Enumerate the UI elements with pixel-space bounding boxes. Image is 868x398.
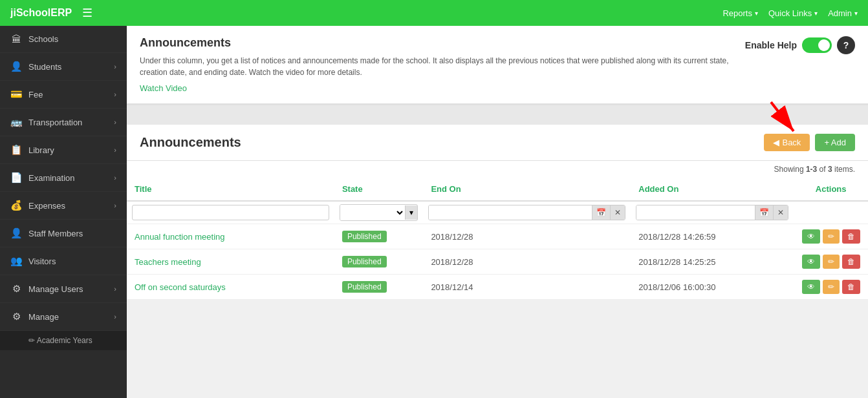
filter-endon-cell: 📅 ✕ xyxy=(423,201,631,224)
reports-link[interactable]: Reports ▾ xyxy=(722,8,758,18)
manage-users-icon: ⚙ xyxy=(10,283,22,295)
admin-link[interactable]: Admin ▾ xyxy=(828,8,858,18)
sidebar-item-examination[interactable]: 📄 Examination › xyxy=(0,164,127,192)
filter-addedon-calendar-btn[interactable]: 📅 xyxy=(755,205,773,220)
row2-view-btn[interactable]: 👁 xyxy=(802,255,820,269)
staff-icon: 👤 xyxy=(10,227,22,239)
row2-state: Published xyxy=(334,249,424,275)
showing-total: 3 xyxy=(828,165,832,174)
row3-edit-btn[interactable]: ✏ xyxy=(823,280,840,294)
col-added-on: Added On xyxy=(631,178,794,201)
sidebar-sub-academic-years[interactable]: ✏ Academic Years xyxy=(0,331,127,350)
filter-addedon-input[interactable] xyxy=(636,205,755,220)
sidebar-item-visitors[interactable]: 👥 Visitors xyxy=(0,247,127,275)
filter-title-input[interactable] xyxy=(132,205,329,220)
watch-video-link[interactable]: Watch Video xyxy=(140,83,187,93)
navbar-right: Reports ▾ Quick Links ▾ Admin ▾ xyxy=(722,8,858,18)
row3-title-link[interactable]: Off on second saturdays xyxy=(135,282,226,292)
row2-title: Teachers meeting xyxy=(127,249,334,275)
sidebar-item-staff-members[interactable]: 👤 Staff Members xyxy=(0,220,127,247)
showing-text: Showing 1-3 of 3 items. xyxy=(127,161,868,178)
sidebar-label-manage: Manage xyxy=(28,312,114,322)
showing-prefix: Showing xyxy=(774,165,804,174)
row1-edit-btn[interactable]: ✏ xyxy=(823,229,840,244)
row1-title-link[interactable]: Annual function meeting xyxy=(135,232,224,242)
admin-caret: ▾ xyxy=(854,10,858,17)
row2-edit-btn[interactable]: ✏ xyxy=(823,255,840,269)
admin-label: Admin xyxy=(828,8,852,18)
sidebar-label-examination: Examination xyxy=(28,173,114,183)
help-panel-title: Announcements xyxy=(140,36,732,50)
enable-help-toggle[interactable] xyxy=(802,37,832,53)
sidebar-label-expenses: Expenses xyxy=(28,201,114,211)
filter-endon-input[interactable] xyxy=(429,205,592,220)
help-panel-description: Under this column, you get a list of not… xyxy=(140,55,732,78)
sidebar-item-transportation[interactable]: 🚌 Transportation › xyxy=(0,109,127,136)
menu-toggle[interactable]: ☰ xyxy=(82,6,92,20)
table-row: Off on second saturdays Published 2018/1… xyxy=(127,275,868,300)
row1-view-btn[interactable]: 👁 xyxy=(802,229,820,244)
row3-delete-btn[interactable]: 🗑 xyxy=(842,280,860,294)
add-button[interactable]: + Add xyxy=(815,134,855,151)
row1-action-btns: 👁 ✏ 🗑 xyxy=(801,229,860,244)
sidebar-item-fee[interactable]: 💳 Fee › xyxy=(0,81,127,109)
filter-addedon-cell: 📅 ✕ xyxy=(631,201,794,224)
filter-title-cell xyxy=(127,201,334,224)
row3-state-badge: Published xyxy=(342,281,387,293)
sidebar-item-students[interactable]: 👤 Students › xyxy=(0,53,127,81)
row1-delete-btn[interactable]: 🗑 xyxy=(842,229,860,244)
filter-state-btn[interactable]: ▾ xyxy=(405,205,417,220)
quicklinks-link[interactable]: Quick Links ▾ xyxy=(768,8,818,18)
reports-label: Reports xyxy=(722,8,752,18)
row2-actions: 👁 ✏ 🗑 xyxy=(794,249,868,275)
manage-icon: ⚙ xyxy=(10,311,22,322)
row2-title-link[interactable]: Teachers meeting xyxy=(135,257,201,267)
content-area: Announcements Under this column, you get… xyxy=(127,26,868,398)
enable-help-label: Enable Help xyxy=(745,40,797,50)
sidebar-label-visitors: Visitors xyxy=(28,257,116,266)
fee-arrow: › xyxy=(114,90,116,98)
back-button[interactable]: ◀ Back xyxy=(764,134,810,151)
filter-endon-calendar-btn[interactable]: 📅 xyxy=(592,205,610,220)
sidebar-label-library: Library xyxy=(28,145,114,155)
sidebar-item-library[interactable]: 📋 Library › xyxy=(0,136,127,164)
section-header: Announcements ◀ Back + Add xyxy=(127,125,868,161)
quicklinks-label: Quick Links xyxy=(768,8,812,18)
help-question-btn[interactable]: ? xyxy=(837,36,855,54)
row1-title: Annual function meeting xyxy=(127,224,334,249)
row2-delete-btn[interactable]: 🗑 xyxy=(842,255,860,269)
row2-addedon: 2018/12/28 14:25:25 xyxy=(631,249,794,275)
academic-years-icon: ✏ xyxy=(28,336,37,345)
quicklinks-caret: ▾ xyxy=(814,10,818,17)
sidebar-label-transportation: Transportation xyxy=(28,118,114,127)
sidebar-label-schools: Schools xyxy=(28,34,116,44)
back-label: Back xyxy=(782,138,801,147)
announcements-section: Announcements ◀ Back + Add Showing 1-3 o… xyxy=(127,125,868,300)
filter-actions-cell xyxy=(794,201,868,224)
sidebar-item-schools[interactable]: 🏛 Schools xyxy=(0,26,127,53)
sidebar-item-manage[interactable]: ⚙ Manage › xyxy=(0,303,127,331)
sidebar: 🏛 Schools 👤 Students › 💳 Fee › 🚌 Transpo… xyxy=(0,26,127,398)
row1-state: Published xyxy=(334,224,424,249)
filter-state-select[interactable]: Published xyxy=(340,205,406,220)
col-actions: Actions xyxy=(794,178,868,201)
showing-range: 1-3 xyxy=(806,165,817,174)
sidebar-item-manage-users[interactable]: ⚙ Manage Users › xyxy=(0,275,127,303)
visitors-icon: 👥 xyxy=(10,255,22,267)
examination-arrow: › xyxy=(114,174,116,182)
row1-addedon: 2018/12/28 14:26:59 xyxy=(631,224,794,249)
sidebar-item-expenses[interactable]: 💰 Expenses › xyxy=(0,192,127,220)
row1-endon: 2018/12/28 xyxy=(423,224,631,249)
main-layout: 🏛 Schools 👤 Students › 💳 Fee › 🚌 Transpo… xyxy=(0,26,868,398)
navbar: jiSchoolERP ☰ Reports ▾ Quick Links ▾ Ad… xyxy=(0,0,868,26)
row3-view-btn[interactable]: 👁 xyxy=(802,280,820,294)
filter-state-cell: Published ▾ xyxy=(334,201,424,224)
row3-title: Off on second saturdays xyxy=(127,275,334,300)
announcements-table: Title State End On Added On Actions xyxy=(127,178,868,300)
table-header-row: Title State End On Added On Actions xyxy=(127,178,868,201)
back-icon: ◀ xyxy=(773,138,779,147)
expenses-arrow: › xyxy=(114,202,116,209)
filter-endon-clear-btn[interactable]: ✕ xyxy=(610,205,625,220)
filter-addedon-clear-btn[interactable]: ✕ xyxy=(773,205,788,220)
help-panel: Announcements Under this column, you get… xyxy=(127,26,868,105)
